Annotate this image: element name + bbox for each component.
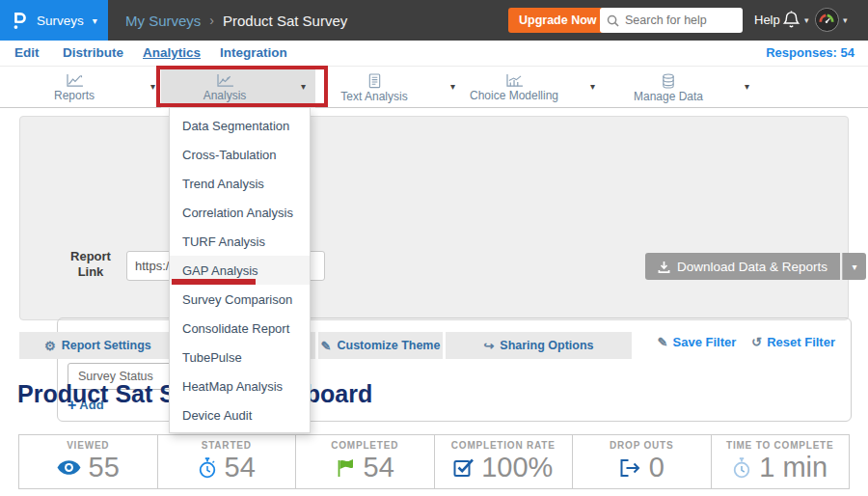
drop-out-icon xyxy=(619,458,641,478)
reset-icon: ↺ xyxy=(751,335,762,349)
chevron-down-icon[interactable]: ▾ xyxy=(150,81,155,92)
breadcrumb: My Surveys › Product Sat Survey xyxy=(125,0,347,41)
analysis-dropdown-menu: Data Segmentation Cross-Tabulation Trend… xyxy=(169,108,311,433)
bell-icon xyxy=(782,10,800,30)
scatter-chart-icon xyxy=(216,73,234,88)
surveys-menu-label: Surveys xyxy=(37,14,84,28)
tab-sharing-options[interactable]: ↪ Sharing Options xyxy=(446,332,632,359)
analytics-toolbar: Reports ▾ Analysis ▾ xyxy=(0,66,868,108)
toolbar-item-manage-data[interactable]: Manage Data ▾ xyxy=(605,67,759,108)
nav-item-distribute[interactable]: Distribute xyxy=(63,45,123,60)
menu-item-device-audit[interactable]: Device Audit xyxy=(170,400,310,429)
database-icon xyxy=(661,73,676,89)
survey-nav-row: Edit Distribute Analytics Integration Re… xyxy=(0,41,868,66)
chevron-down-icon: ▾ xyxy=(843,15,848,25)
nav-item-analytics[interactable]: Analytics xyxy=(143,45,201,60)
report-link-label: Report Link xyxy=(59,249,122,280)
pencil-icon: ✎ xyxy=(321,339,332,353)
flag-icon xyxy=(336,458,356,478)
menu-item-survey-comparison[interactable]: Survey Comparison xyxy=(170,285,310,314)
stat-started: STARTED 54 xyxy=(158,435,297,488)
bar-chart-icon xyxy=(505,73,524,88)
toolbar-item-choice-modelling[interactable]: Choice Modelling ▾ xyxy=(450,67,605,108)
line-chart-icon xyxy=(66,73,84,88)
breadcrumb-current-survey: Product Sat Survey xyxy=(223,13,347,29)
survey-stats-table: VIEWED 55 STARTED xyxy=(18,434,850,489)
share-icon: ↪ xyxy=(483,339,494,353)
stat-value: 0 xyxy=(649,452,665,483)
stat-label: VIEWED xyxy=(67,440,109,451)
reset-filter-label: Reset Filter xyxy=(767,335,835,349)
chevron-down-icon[interactable]: ▾ xyxy=(745,81,749,92)
tab-label: Report Settings xyxy=(62,339,151,352)
menu-item-heatmap-analysis[interactable]: HeatMap Analysis xyxy=(170,372,310,400)
stat-time-to-complete: TIME TO COMPLETE 1 min xyxy=(712,435,850,488)
chevron-down-icon[interactable]: ▾ xyxy=(301,81,306,92)
download-button-label: Download Data & Reports xyxy=(677,260,827,274)
surveys-product-menu[interactable]: Surveys ▾ xyxy=(0,0,108,41)
toolbar-item-analysis[interactable]: Analysis ▾ xyxy=(161,67,315,108)
toolbar-item-reports[interactable]: Reports ▾ xyxy=(11,67,165,108)
stopwatch-icon xyxy=(198,457,217,479)
stat-completion-rate: COMPLETION RATE 100% xyxy=(435,435,574,488)
stat-drop-outs: DROP OUTS 0 xyxy=(573,435,712,488)
pencil-icon: ✎ xyxy=(658,335,668,349)
upgrade-now-button[interactable]: Upgrade Now xyxy=(508,8,608,33)
checkbox-icon xyxy=(453,457,474,478)
breadcrumb-my-surveys[interactable]: My Surveys xyxy=(125,13,201,29)
gear-icon: ⚙ xyxy=(44,339,56,353)
help-search-input[interactable] xyxy=(625,14,739,27)
menu-item-consolidate-report[interactable]: Consolidate Report xyxy=(170,314,310,343)
menu-item-tubepulse[interactable]: TubePulse xyxy=(170,343,310,372)
menu-item-turf-analysis[interactable]: TURF Analysis xyxy=(170,227,310,256)
toolbar-item-text-analysis[interactable]: Text Analysis ▾ xyxy=(311,67,465,108)
chevron-down-icon: ▾ xyxy=(93,15,97,26)
stat-label: TIME TO COMPLETE xyxy=(726,440,834,451)
download-options-caret-button[interactable]: ▾ xyxy=(842,253,866,280)
responses-count: Responses: 54 xyxy=(766,45,854,60)
toolbar-item-label: Reports xyxy=(54,89,95,102)
avatar xyxy=(815,8,839,32)
stat-label: STARTED xyxy=(202,440,252,451)
questionpro-logo-icon xyxy=(12,10,27,31)
help-search-box[interactable] xyxy=(600,8,743,33)
search-icon xyxy=(607,14,619,27)
stat-label: COMPLETED xyxy=(331,440,398,451)
account-menu[interactable]: ▾ xyxy=(815,8,848,32)
menu-item-trend-analysis[interactable]: Trend Analysis xyxy=(170,169,310,198)
help-link[interactable]: Help xyxy=(754,13,780,27)
tab-customize-theme[interactable]: ✎ Customize Theme xyxy=(318,332,443,359)
download-icon xyxy=(658,261,670,273)
chevron-down-icon: ▾ xyxy=(852,262,856,272)
toolbar-item-label: Analysis xyxy=(203,89,247,102)
reset-filter-button[interactable]: ↺ Reset Filter xyxy=(751,335,835,349)
stat-label: DROP OUTS xyxy=(610,440,673,451)
menu-item-correlation-analysis[interactable]: Correlation Analysis xyxy=(170,198,310,227)
breadcrumb-separator: › xyxy=(209,13,214,28)
menu-item-cross-tabulation[interactable]: Cross-Tabulation xyxy=(170,140,310,169)
download-data-reports-button[interactable]: Download Data & Reports xyxy=(645,253,840,280)
stat-completed: COMPLETED 54 xyxy=(296,435,435,488)
eye-icon xyxy=(57,460,81,475)
save-filter-button[interactable]: ✎ Save Filter xyxy=(658,335,737,349)
top-header-bar: Surveys ▾ My Surveys › Product Sat Surve… xyxy=(0,0,868,41)
tab-label: Customize Theme xyxy=(337,339,440,352)
stat-value: 54 xyxy=(364,452,394,483)
menu-item-gap-analysis[interactable]: GAP Analysis xyxy=(170,256,310,285)
app-window: Surveys ▾ My Surveys › Product Sat Surve… xyxy=(0,0,868,496)
toolbar-item-label: Choice Modelling xyxy=(470,89,558,102)
nav-item-edit[interactable]: Edit xyxy=(14,45,40,60)
stat-label: COMPLETION RATE xyxy=(451,440,556,451)
stat-value: 1 min xyxy=(759,452,827,483)
toolbar-item-label: Manage Data xyxy=(634,90,703,103)
report-panel: Report Link Download Data & Reports ▾ Fi… xyxy=(19,116,849,320)
save-filter-label: Save Filter xyxy=(673,335,737,349)
timer-icon xyxy=(732,457,751,479)
stat-value: 54 xyxy=(225,452,256,483)
nav-item-integration[interactable]: Integration xyxy=(220,45,287,60)
stat-value: 55 xyxy=(89,452,120,483)
chevron-down-icon[interactable]: ▾ xyxy=(590,81,595,92)
menu-item-data-segmentation[interactable]: Data Segmentation xyxy=(170,111,310,140)
notifications-menu[interactable]: ▾ xyxy=(782,10,809,30)
chevron-down-icon: ▾ xyxy=(804,15,809,25)
